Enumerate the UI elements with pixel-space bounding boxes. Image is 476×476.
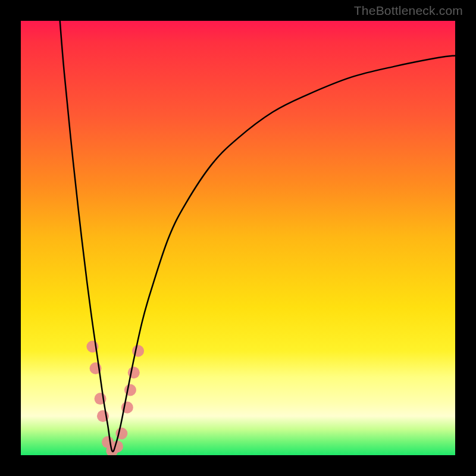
chart-frame: TheBottleneck.com [0, 0, 476, 476]
gradient-background [21, 21, 455, 455]
plot-area [21, 21, 455, 455]
watermark-text: TheBottleneck.com [354, 4, 463, 18]
